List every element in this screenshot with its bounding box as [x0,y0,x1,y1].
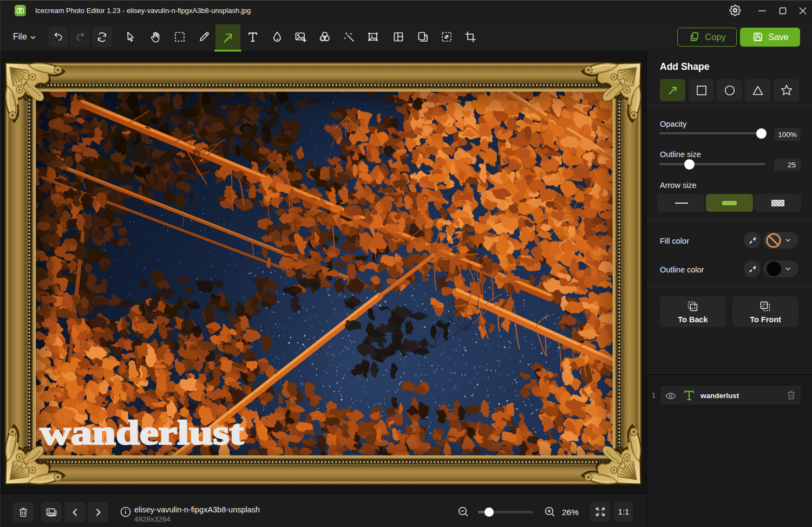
svg-text:wanderlust: wanderlust [40,413,244,452]
